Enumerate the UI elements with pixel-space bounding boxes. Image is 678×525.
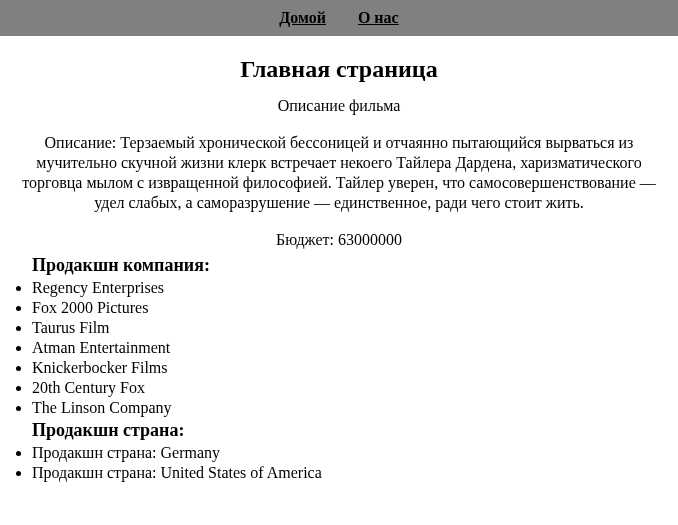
- page-subtitle: Описание фильма: [0, 97, 678, 115]
- production-countries-heading: Продакшн страна:: [32, 420, 678, 441]
- country-value: Germany: [161, 444, 221, 461]
- production-countries-list: Продакшн страна: Germany Продакшн страна…: [0, 443, 678, 483]
- list-item: The Linson Company: [32, 398, 678, 418]
- budget-label: Бюджет:: [276, 231, 338, 248]
- production-companies-heading: Продакшн компания:: [32, 255, 678, 276]
- nav-home-link[interactable]: Домой: [279, 9, 326, 27]
- list-item: Продакшн страна: Germany: [32, 443, 678, 463]
- country-label: Продакшн страна:: [32, 464, 161, 481]
- production-companies-list: Regency Enterprises Fox 2000 Pictures Ta…: [0, 278, 678, 418]
- movie-description: Описание: Терзаемый хронической бессониц…: [0, 133, 678, 213]
- country-value: United States of America: [161, 464, 322, 481]
- list-item: Taurus Film: [32, 318, 678, 338]
- list-item: Fox 2000 Pictures: [32, 298, 678, 318]
- list-item: Продакшн страна: United States of Americ…: [32, 463, 678, 483]
- list-item: Regency Enterprises: [32, 278, 678, 298]
- country-label: Продакшн страна:: [32, 444, 161, 461]
- list-item: 20th Century Fox: [32, 378, 678, 398]
- nav-about-link[interactable]: О нас: [358, 9, 399, 27]
- list-item: Knickerbocker Films: [32, 358, 678, 378]
- budget-value: 63000000: [338, 231, 402, 248]
- list-item: Atman Entertainment: [32, 338, 678, 358]
- movie-budget: Бюджет: 63000000: [0, 231, 678, 249]
- description-label: Описание:: [45, 134, 121, 151]
- navbar: Домой О нас: [0, 0, 678, 36]
- page-title: Главная страница: [0, 56, 678, 83]
